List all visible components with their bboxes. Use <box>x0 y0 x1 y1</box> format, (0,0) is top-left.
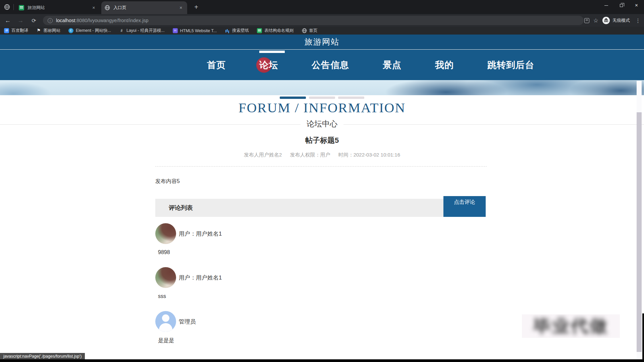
url-host: localhost <box>56 18 75 23</box>
url-path: :8080/lvyouwangye/front/index.jsp <box>75 18 148 23</box>
wallpaper-icon <box>225 28 230 33</box>
restore-button[interactable] <box>614 0 629 11</box>
comment-list-title: 评论列表 <box>169 204 193 212</box>
bookmarks-bar: 译百度翻译 ⚑图标网站 EElement - 网站快... liLayui - … <box>0 27 644 35</box>
flower-banner-image <box>0 80 644 95</box>
post-meta: 发布人用户姓名2 发布人权限：用户 时间：2022-03-02 10:01:16 <box>0 152 644 158</box>
green-doc-icon <box>257 28 262 33</box>
bookmark-baidu-translate[interactable]: 译百度翻译 <box>4 28 28 34</box>
pinned-tab[interactable] <box>3 3 11 11</box>
browser-menu-icon[interactable]: ⋮ <box>634 17 642 24</box>
translate-icon[interactable] <box>584 18 589 23</box>
nav-home[interactable]: 首页 <box>207 59 226 71</box>
bottom-edge <box>0 359 644 362</box>
section-heading-chinese: 论坛中心 <box>0 119 644 129</box>
address-bar[interactable]: i localhost:8080/lvyouwangye/front/index… <box>43 16 584 25</box>
bookmark-star-icon[interactable]: ☆ <box>593 17 598 24</box>
comment-item: 用户：用户姓名1 sss <box>155 267 484 299</box>
comment-item: 管理员 是是是 <box>155 311 484 344</box>
nav-attractions[interactable]: 景点 <box>383 59 401 71</box>
close-tab-icon[interactable]: ✕ <box>91 5 97 11</box>
link-status-tooltip: javascript:navPage('./pages/forum/list.j… <box>0 353 85 360</box>
section-indicator-bars <box>0 97 644 99</box>
post-content: 发布内容5 <box>155 178 180 185</box>
indicator-bar-active <box>280 97 306 99</box>
scrollbar-thumb[interactable] <box>637 112 642 352</box>
forward-button[interactable]: → <box>15 14 26 27</box>
post-role: 发布人权限：用户 <box>290 152 330 158</box>
nav-announcements[interactable]: 公告信息 <box>312 59 349 71</box>
incognito-label: 无痕模式 <box>612 17 630 23</box>
main-nav: 首页 论坛 公告信息 景点 我的 跳转到后台 <box>0 50 644 80</box>
globe-icon <box>302 28 307 33</box>
comment-content: sss <box>158 293 484 299</box>
post-title: 帖子标题5 <box>0 135 644 145</box>
add-comment-button[interactable]: 点击评论 <box>443 196 486 217</box>
window-controls: ✕ <box>599 0 644 11</box>
minimize-icon <box>604 5 608 6</box>
element-icon: E <box>68 28 73 33</box>
nav-admin-backend[interactable]: 跳转到后台 <box>487 59 534 71</box>
bookmark-layui[interactable]: liLayui - 经典开源模... <box>119 28 165 34</box>
restore-icon <box>620 4 623 7</box>
page-info-icon[interactable]: i <box>48 18 53 23</box>
comment-item: 用户：用户姓名1 9898 <box>155 223 484 255</box>
tab-entry-page[interactable]: 入口页 ✕ <box>101 1 187 14</box>
reload-button[interactable]: ⟳ <box>28 14 40 27</box>
site-header: 旅游网站 <box>0 35 644 49</box>
html5-icon: H <box>173 28 178 33</box>
new-tab-button[interactable]: + <box>192 3 201 12</box>
site-title: 旅游网站 <box>305 37 339 47</box>
nav-mine[interactable]: 我的 <box>435 59 454 71</box>
indicator-bar <box>309 97 335 99</box>
baidu-translate-icon: 译 <box>4 28 9 33</box>
bookmark-home[interactable]: 首页 <box>302 28 318 34</box>
bookmark-table-naming[interactable]: 表结构命名规则 <box>257 28 294 34</box>
bookmark-wallpaper[interactable]: 搜索壁纸 <box>225 28 249 34</box>
user-avatar <box>155 267 176 288</box>
tab-bar: 旅游网站 ✕ 入口页 ✕ + ✕ <box>0 0 644 14</box>
bookmark-icon-site[interactable]: ⚑图标网站 <box>36 28 60 34</box>
bookmark-element[interactable]: EElement - 网站快... <box>68 28 111 34</box>
globe-icon <box>4 4 10 10</box>
back-button[interactable]: ← <box>2 14 13 27</box>
post-publisher: 发布人用户姓名2 <box>244 152 282 158</box>
globe-favicon-icon <box>105 5 110 10</box>
window-right-edge <box>642 313 644 362</box>
post-divider <box>155 166 487 167</box>
address-toolbar: ← → ⟳ i localhost:8080/lvyouwangye/front… <box>0 14 644 27</box>
section-heading-english: FORUM / INFORMATION <box>0 100 644 116</box>
default-avatar <box>155 311 176 332</box>
incognito-badge: 无痕模式 <box>602 17 630 24</box>
blurred-watermark: 毕业代做 <box>522 314 620 338</box>
nav-forum[interactable]: 论坛 <box>259 59 278 71</box>
indicator-bar <box>338 97 364 99</box>
tab-separator <box>13 4 14 10</box>
toolbar-right-icons: ☆ 无痕模式 ⋮ <box>584 14 642 27</box>
flag-icon: ⚑ <box>36 28 41 33</box>
close-tab-icon[interactable]: ✕ <box>178 5 184 11</box>
minimize-button[interactable] <box>599 0 614 11</box>
bookmark-html5[interactable]: HHTML5 Website T... <box>173 28 217 33</box>
comment-author: 管理员 <box>179 318 196 325</box>
close-window-button[interactable]: ✕ <box>629 0 644 11</box>
tab-travel-site[interactable]: 旅游网站 ✕ <box>15 1 100 14</box>
layui-icon: li <box>119 28 124 33</box>
user-avatar <box>155 223 176 244</box>
sheet-favicon-icon <box>19 5 24 10</box>
tab-title: 入口页 <box>113 5 178 11</box>
comment-author: 用户：用户姓名1 <box>179 274 222 282</box>
incognito-icon <box>602 17 610 24</box>
comment-list-header: 评论列表 <box>155 199 483 217</box>
comment-author: 用户：用户姓名1 <box>179 230 222 238</box>
post-time: 时间：2022-03-02 10:01:16 <box>338 152 400 158</box>
comment-content: 是是是 <box>158 337 484 344</box>
browser-window: 旅游网站 ✕ 入口页 ✕ + ✕ ← → ⟳ i localhost:8080/… <box>0 0 644 362</box>
tab-title: 旅游网站 <box>28 5 91 11</box>
comment-content: 9898 <box>158 249 484 255</box>
